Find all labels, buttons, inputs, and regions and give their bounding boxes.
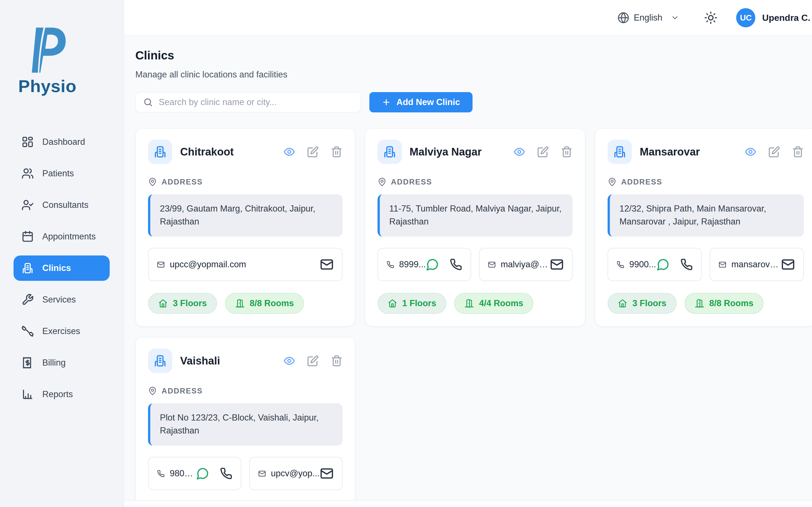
contact-row: 8999... malviya@y... [377,248,573,281]
exercises-icon [21,325,34,337]
search-input[interactable] [159,97,353,107]
building-icon [153,354,167,368]
sidebar-item-billing[interactable]: Billing [13,350,110,376]
floors-text: 3 Floors [632,298,666,308]
view-clinic-button[interactable] [513,146,525,158]
main-column: English UC Upendra C. Clinics Manage all… [124,0,812,507]
language-selector[interactable]: English [617,12,679,24]
rooms-text: 8/8 Rooms [250,298,294,308]
edit-clinic-button[interactable] [307,355,319,367]
call-phone-icon[interactable] [680,258,693,271]
edit-icon [307,355,319,367]
clinic-card-header: Malviya Nagar [377,140,573,164]
clinic-actions [513,146,573,158]
clinic-card: Vaishali ADDRESS Plot No 123/23, C-Block… [135,337,355,500]
edit-icon [307,146,319,158]
appointments-icon [21,230,34,243]
sidebar-item-appointments[interactable]: Appointments [13,224,110,249]
theme-toggle-sun-icon[interactable] [704,11,718,24]
sidebar-item-dashboard[interactable]: Dashboard [13,129,110,155]
sidebar-item-consultants[interactable]: Consultants [13,192,110,218]
sidebar-item-clinics[interactable]: Clinics [13,256,110,281]
search-icon [143,97,153,107]
house-icon [158,298,168,308]
phone-mini-icon [387,261,394,269]
building-icon [153,145,167,159]
delete-clinic-button[interactable] [331,146,343,158]
bottom-divider [124,500,812,507]
house-icon [388,298,397,308]
add-new-clinic-button[interactable]: Add New Clinic [369,92,472,112]
whatsapp-chat-icon[interactable] [657,258,670,271]
clinic-building-tile [148,349,172,373]
user-menu[interactable]: UC Upendra C. [736,8,810,27]
dashboard-icon [21,136,34,148]
send-email-icon[interactable] [320,258,334,271]
whatsapp-chat-icon[interactable] [426,258,439,271]
map-pin-icon [148,386,157,395]
map-pin-icon [608,177,617,186]
call-phone-icon[interactable] [220,467,232,480]
edit-clinic-button[interactable] [307,146,319,158]
logo-p-icon [26,25,68,75]
sidebar-item-label: Appointments [42,231,96,242]
clinic-name: Vaishali [180,355,220,367]
address-label-row: ADDRESS [148,386,343,395]
clinic-card-header: Vaishali [148,349,343,373]
clinic-address: 23/99, Gautam Marg, Chitrakoot, Jaipur, … [148,194,343,237]
clinic-card: Malviya Nagar ADDRESS 11-75, Tumbler Roa… [365,128,585,327]
delete-clinic-button[interactable] [792,146,804,158]
sidebar: Physio Dashboard Patients Consultants Ap… [0,0,124,507]
clinic-phone: 8999... [399,260,426,270]
sidebar-item-label: Patients [42,168,74,179]
floors-text: 3 Floors [173,298,207,308]
edit-clinic-button[interactable] [537,146,549,158]
edit-clinic-button[interactable] [768,146,780,158]
view-clinic-button[interactable] [283,355,295,367]
sidebar-item-label: Billing [42,358,66,368]
map-pin-icon [377,177,387,186]
rooms-badge: 4/4 Rooms [454,293,534,314]
phone-chip: 9900... [608,248,702,281]
services-icon [21,293,34,306]
clinic-name: Mansarovar [640,146,700,158]
clinic-actions [283,146,343,158]
add-new-clinic-label: Add New Clinic [396,97,460,107]
door-icon [235,298,245,308]
send-email-icon[interactable] [550,258,564,271]
sidebar-item-patients[interactable]: Patients [13,161,110,186]
call-phone-icon[interactable] [450,258,462,271]
address-label: ADDRESS [621,178,662,186]
edit-icon [537,146,549,158]
view-clinic-button[interactable] [745,146,756,158]
sidebar-item-services[interactable]: Services [13,287,110,313]
delete-clinic-button[interactable] [331,355,343,367]
sidebar-item-label: Services [42,295,76,305]
page-subtitle: Manage all clinic locations and faciliti… [135,69,812,80]
phone-chip: 9809... [148,457,241,490]
clinic-card-header: Chitrakoot [148,140,343,164]
clinic-name: Malviya Nagar [410,146,482,158]
billing-icon [21,356,34,369]
sidebar-item-exercises[interactable]: Exercises [13,319,110,344]
clinic-building-tile [148,140,172,164]
send-email-icon[interactable] [320,467,334,480]
consultants-icon [21,199,34,211]
search-box [135,92,361,112]
eye-icon [745,146,756,158]
delete-clinic-button[interactable] [561,146,573,158]
view-clinic-button[interactable] [283,146,295,158]
send-email-icon[interactable] [781,258,795,271]
email-chip: mansarova... [710,248,804,281]
contact-row: 9900... mansarova... [608,248,804,281]
contact-row: upcc@yopmail.com [148,248,343,281]
phone-mini-icon [617,261,624,269]
whatsapp-chat-icon[interactable] [196,467,209,480]
door-icon [695,298,704,308]
clinic-card: Mansarovar ADDRESS 12/32, Shipra Path, M… [595,128,812,327]
globe-icon [617,12,629,24]
floors-text: 1 Floors [402,298,437,308]
rooms-text: 4/4 Rooms [479,298,523,308]
eye-icon [513,146,525,158]
sidebar-item-reports[interactable]: Reports [13,382,110,407]
